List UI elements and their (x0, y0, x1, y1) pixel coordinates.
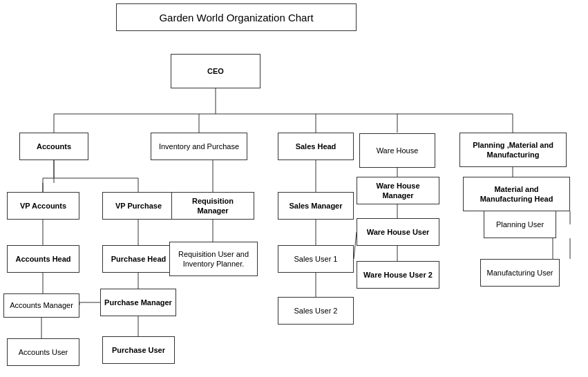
accounts-manager-node: Accounts Manager (3, 293, 79, 318)
material-mfg-head-node: Material and Manufacturing Head (463, 177, 570, 211)
mfg-user-node: Manufacturing User (480, 259, 560, 287)
accounts-user-node: Accounts User (7, 338, 79, 366)
ware-house-manager-node: Ware House Manager (357, 177, 439, 204)
purchase-manager-node: Purchase Manager (100, 289, 176, 316)
planning-material-node: Planning ,Material and Manufacturing (459, 133, 567, 167)
sales-head-node: Sales Head (278, 133, 354, 160)
sales-manager-node: Sales Manager (278, 192, 354, 220)
org-chart: Garden World Organization Chart CEO Acco… (0, 0, 588, 377)
ware-house-user-node: Ware House User (357, 218, 439, 246)
requisition-inventory-node: Requisition User and Inventory Planner. (169, 242, 258, 276)
planning-user-node: Planning User (484, 211, 556, 238)
vp-accounts-node: VP Accounts (7, 192, 79, 220)
purchase-user-node: Purchase User (102, 336, 175, 364)
sales-user2-node: Sales User 2 (278, 297, 354, 325)
chart-title: Garden World Organization Chart (116, 3, 357, 31)
vp-purchase-node: VP Purchase (102, 192, 175, 220)
ceo-node: CEO (171, 54, 260, 88)
purchase-head-node: Purchase Head (102, 245, 175, 273)
ware-house-user2-node: Ware House User 2 (357, 261, 439, 289)
inventory-purchase-node: Inventory and Purchase (151, 133, 247, 160)
ware-house-node: Ware House (359, 133, 435, 168)
requisition-manager-node: Requisition Manager (171, 192, 254, 220)
sales-user1-node: Sales User 1 (278, 245, 354, 273)
accounts-node: Accounts (19, 133, 88, 160)
accounts-head-node: Accounts Head (7, 245, 79, 273)
